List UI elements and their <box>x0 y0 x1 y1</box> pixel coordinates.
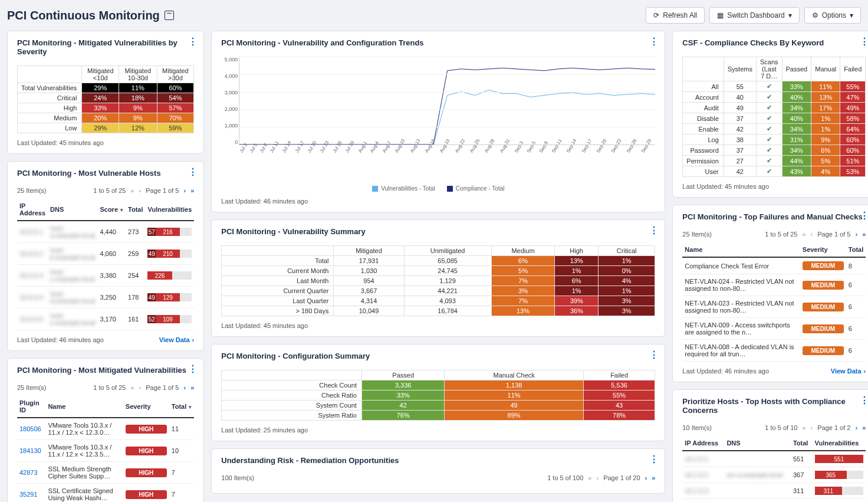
item-count: 25 Item(s) <box>17 384 47 391</box>
page-prev-icon[interactable]: ‹ <box>811 231 813 238</box>
page-first-icon[interactable]: « <box>802 424 805 431</box>
page-prev-icon[interactable]: ‹ <box>139 384 142 391</box>
page-next-icon[interactable]: › <box>183 384 186 391</box>
card-title: PCI Monitoring - Top Failures and Manual… <box>682 212 866 225</box>
card-menu-icon[interactable]: ⋮ <box>860 396 868 405</box>
config-summary-table: Passed Manual Check Failed Check Count3,… <box>221 370 655 421</box>
page-last-icon[interactable]: » <box>862 424 866 431</box>
trends-chart: 5,0004,0003,0002,0001,0000 <box>239 57 655 145</box>
page-last-icon[interactable]: » <box>652 474 655 481</box>
last-updated: Last Updated: 45 minutes ago <box>17 139 104 146</box>
item-count: 25 Item(s) <box>682 231 712 238</box>
page-prev-icon[interactable]: ‹ <box>139 187 142 194</box>
table-row[interactable]: 10.1.0.2srv-a.example.local367365 <box>682 467 866 483</box>
table-row[interactable]: 184130VMware Tools 10.3.x / 11.x / 12.x … <box>17 440 194 462</box>
table-row[interactable]: 10.0.0.3host-c.example.local3,380254226 <box>17 265 194 287</box>
page-title: PCI Continuous Monitoring <box>7 9 174 22</box>
failures-table: Name Severity Total Compliance Check Tes… <box>682 242 866 362</box>
card-menu-icon[interactable]: ⋮ <box>649 350 659 360</box>
options-button[interactable]: ⚙Options▾ <box>804 7 861 24</box>
page-first-icon[interactable]: « <box>130 187 134 194</box>
page-first-icon[interactable]: « <box>130 384 134 391</box>
card-mitigated-vulns: ⋮ PCI Monitoring - Most Mitigated Vulner… <box>7 358 204 502</box>
card-failures: ⋮ PCI Monitoring - Top Failures and Manu… <box>672 205 868 382</box>
table-row[interactable]: Compliance Check Test ErrorMEDIUM8 <box>682 257 866 274</box>
switch-dashboard-button[interactable]: ▦Switch Dashboard▾ <box>709 7 799 24</box>
card-risk: ⋮ Understanding Risk - Remediation Oppor… <box>211 448 665 494</box>
card-prioritize: ⋮ Prioritize Hosts - Top Hosts with Comp… <box>672 389 868 502</box>
table-row[interactable]: 10.0.0.1host-a.example.local4,4402735721… <box>17 221 194 243</box>
card-title: CSF - Compliance Checks By Keyword <box>682 38 866 51</box>
card-vuln-summary: ⋮ PCI Monitoring - Vulnerability Summary… <box>211 219 665 337</box>
page-next-icon[interactable]: › <box>645 474 647 481</box>
table-row[interactable]: 42873SSL Medium Strength Cipher Suites S… <box>17 462 194 484</box>
item-count: 100 Item(s) <box>221 474 254 481</box>
table-row[interactable]: 10.1.0.3311311 <box>682 483 866 499</box>
last-updated: Last Updated: 46 minutes ago <box>221 198 308 205</box>
page-next-icon[interactable]: › <box>855 231 857 238</box>
table-row[interactable]: 10.1.0.1551551 <box>682 451 866 467</box>
item-count: 25 Item(s) <box>17 187 47 194</box>
card-title: PCI Monitoring - Configuration Summary <box>221 352 655 364</box>
table-row[interactable]: 180506VMware Tools 10.3.x / 11.x / 12.x … <box>17 418 194 440</box>
card-menu-icon[interactable]: ⋮ <box>188 365 198 374</box>
table-row[interactable]: 10.0.0.4host-d.example.local3,2501784912… <box>17 287 194 309</box>
table-row[interactable]: NET-VLAN-009 - Access switchports are as… <box>682 318 866 340</box>
grid-icon: ▦ <box>717 11 724 19</box>
card-trends: ⋮ PCI Monitoring - Vulnerability and Con… <box>211 31 665 212</box>
card-csf: ⋮ CSF - Compliance Checks By Keyword Sys… <box>672 31 868 198</box>
view-data-link[interactable]: View Data › <box>831 368 866 375</box>
last-updated: Last Updated: 45 minutes ago <box>221 322 308 329</box>
page-last-icon[interactable]: » <box>190 187 194 194</box>
header-actions: ⟳Refresh All ▦Switch Dashboard▾ ⚙Options… <box>646 7 861 24</box>
card-menu-icon[interactable]: ⋮ <box>649 455 659 464</box>
vuln-hosts-table: IP Address DNS Score Total Vulnerabiliti… <box>17 199 194 330</box>
table-row[interactable]: NET-VLAN-008 - A dedicated VLAN is requi… <box>682 340 866 362</box>
card-menu-icon[interactable]: ⋮ <box>649 37 659 47</box>
mitigated-severity-table: Mitigated <10dMitigated 10-30dMitigated … <box>17 65 194 133</box>
page-first-icon[interactable]: « <box>802 231 805 238</box>
refresh-icon: ⟳ <box>653 11 659 19</box>
card-vulnerable-hosts: ⋮ PCI Monitoring - Most Vulnerable Hosts… <box>7 161 204 351</box>
mitigated-vulns-table: Plugin ID Name Severity Total 180506VMwa… <box>17 396 194 502</box>
card-menu-icon[interactable]: ⋮ <box>860 37 868 47</box>
page-prev-icon[interactable]: ‹ <box>596 474 599 481</box>
page-next-icon[interactable]: › <box>183 187 186 194</box>
table-row[interactable]: NET-VLAN-023 - Restricted VLAN not assig… <box>682 296 866 318</box>
item-count: 10 Item(s) <box>682 424 712 431</box>
vuln-summary-table: Mitigated Unmitigated Medium High Critic… <box>221 245 655 316</box>
card-title: PCI Monitoring - Most Vulnerable Hosts <box>17 169 194 181</box>
gear-icon: ⚙ <box>812 11 818 19</box>
view-data-link[interactable]: View Data › <box>159 336 194 343</box>
card-menu-icon[interactable]: ⋮ <box>188 37 198 47</box>
card-title: Prioritize Hosts - Top Hosts with Compli… <box>682 397 866 418</box>
card-title: PCI Monitoring - Vulnerability Summary <box>221 227 655 239</box>
prioritize-table: IP Address DNS Total Vulnerabilities 10.… <box>682 436 866 502</box>
card-menu-icon[interactable]: ⋮ <box>188 168 198 177</box>
csf-table: Systems Scans (Last 7 D… Passed Manual F… <box>682 57 866 177</box>
card-menu-icon[interactable]: ⋮ <box>860 211 868 221</box>
table-row[interactable]: NET-VLAN-024 - Restricted VLAN not assig… <box>682 274 866 296</box>
card-title: Understanding Risk - Remediation Opportu… <box>221 456 655 468</box>
page-prev-icon[interactable]: ‹ <box>811 424 813 431</box>
last-updated: Last Updated: 46 minutes ago <box>682 368 769 375</box>
card-title: PCI Monitoring - Most Mitigated Vulnerab… <box>17 366 194 378</box>
card-config-summary: ⋮ PCI Monitoring - Configuration Summary… <box>211 344 665 441</box>
last-updated: Last Updated: 45 minutes ago <box>682 183 769 190</box>
card-menu-icon[interactable]: ⋮ <box>649 226 659 235</box>
chevron-down-icon: ▾ <box>788 11 792 19</box>
page-first-icon[interactable]: « <box>588 474 591 481</box>
dashboard-icon <box>165 11 174 20</box>
table-row[interactable]: 35291SSL Certificate Signed Using Weak H… <box>17 484 194 503</box>
page-last-icon[interactable]: » <box>862 231 866 238</box>
table-row[interactable]: 10.0.0.2host-b.example.local4,0602594921… <box>17 243 194 265</box>
chevron-down-icon: ▾ <box>850 11 853 19</box>
card-mitigated-severity: ⋮ PCI Monitoring - Mitigated Vulnerabili… <box>7 31 204 154</box>
table-row[interactable]: 10.0.0.5host-e.example.local3,1701615210… <box>17 309 194 330</box>
page-next-icon[interactable]: › <box>855 424 857 431</box>
page-last-icon[interactable]: » <box>190 384 194 391</box>
refresh-all-button[interactable]: ⟳Refresh All <box>646 7 705 24</box>
table-row[interactable]: 10.1.0.4303303 <box>682 499 866 503</box>
last-updated: Last Updated: 46 minutes ago <box>17 336 104 343</box>
last-updated: Last Updated: 25 minutes ago <box>221 426 308 434</box>
